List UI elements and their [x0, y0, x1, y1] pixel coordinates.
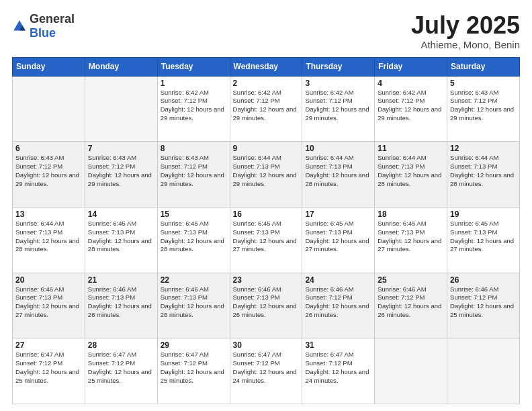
table-row: 18Sunrise: 6:45 AM Sunset: 7:13 PM Dayli… [375, 207, 447, 273]
day-info: Sunrise: 6:45 AM Sunset: 7:13 PM Dayligh… [88, 220, 154, 254]
day-number: 18 [378, 210, 444, 219]
day-info: Sunrise: 6:47 AM Sunset: 7:12 PM Dayligh… [88, 351, 154, 385]
table-row: 19Sunrise: 6:45 AM Sunset: 7:13 PM Dayli… [447, 207, 520, 273]
calendar-week-row: 27Sunrise: 6:47 AM Sunset: 7:12 PM Dayli… [13, 338, 520, 404]
day-info: Sunrise: 6:46 AM Sunset: 7:12 PM Dayligh… [378, 285, 444, 320]
day-number: 22 [161, 275, 227, 285]
day-info: Sunrise: 6:43 AM Sunset: 7:12 PM Dayligh… [450, 89, 517, 123]
day-info: Sunrise: 6:47 AM Sunset: 7:12 PM Dayligh… [305, 351, 371, 385]
day-info: Sunrise: 6:44 AM Sunset: 7:13 PM Dayligh… [450, 154, 517, 188]
table-row: 15Sunrise: 6:45 AM Sunset: 7:13 PM Dayli… [157, 207, 230, 273]
header-friday: Friday [375, 57, 447, 76]
page: General Blue July 2025 Athieme, Mono, Be… [0, 0, 532, 411]
logo-icon [12, 19, 27, 34]
day-info: Sunrise: 6:45 AM Sunset: 7:13 PM Dayligh… [233, 220, 300, 254]
day-number: 13 [15, 210, 82, 219]
day-info: Sunrise: 6:46 AM Sunset: 7:12 PM Dayligh… [450, 285, 517, 320]
day-info: Sunrise: 6:42 AM Sunset: 7:12 PM Dayligh… [378, 89, 444, 123]
title-location: Athieme, Mono, Benin [411, 39, 520, 50]
header-wednesday: Wednesday [230, 57, 302, 76]
calendar-table: Sunday Monday Tuesday Wednesday Thursday… [12, 57, 520, 404]
table-row: 23Sunrise: 6:46 AM Sunset: 7:13 PM Dayli… [230, 273, 302, 338]
day-number: 6 [15, 144, 82, 153]
day-number: 31 [305, 340, 371, 350]
table-row: 31Sunrise: 6:47 AM Sunset: 7:12 PM Dayli… [302, 338, 375, 404]
day-info: Sunrise: 6:42 AM Sunset: 7:12 PM Dayligh… [305, 89, 371, 123]
day-number: 14 [88, 210, 154, 219]
table-row [85, 76, 157, 142]
table-row: 29Sunrise: 6:47 AM Sunset: 7:12 PM Dayli… [157, 338, 230, 404]
day-number: 19 [450, 210, 517, 219]
day-info: Sunrise: 6:47 AM Sunset: 7:12 PM Dayligh… [15, 351, 82, 385]
day-info: Sunrise: 6:43 AM Sunset: 7:12 PM Dayligh… [15, 154, 82, 188]
table-row: 8Sunrise: 6:43 AM Sunset: 7:12 PM Daylig… [157, 142, 230, 208]
day-number: 28 [88, 340, 154, 350]
day-number: 24 [305, 275, 371, 285]
calendar-week-row: 20Sunrise: 6:46 AM Sunset: 7:13 PM Dayli… [13, 273, 520, 338]
day-number: 11 [378, 144, 444, 153]
table-row: 13Sunrise: 6:44 AM Sunset: 7:13 PM Dayli… [13, 207, 85, 273]
day-info: Sunrise: 6:45 AM Sunset: 7:13 PM Dayligh… [305, 220, 371, 254]
table-row: 17Sunrise: 6:45 AM Sunset: 7:13 PM Dayli… [302, 207, 375, 273]
day-info: Sunrise: 6:43 AM Sunset: 7:12 PM Dayligh… [161, 154, 227, 188]
day-number: 20 [15, 275, 82, 285]
table-row: 21Sunrise: 6:46 AM Sunset: 7:13 PM Dayli… [85, 273, 157, 338]
table-row [375, 338, 447, 404]
table-row: 6Sunrise: 6:43 AM Sunset: 7:12 PM Daylig… [13, 142, 85, 208]
day-info: Sunrise: 6:45 AM Sunset: 7:13 PM Dayligh… [450, 220, 517, 254]
header: General Blue July 2025 Athieme, Mono, Be… [12, 12, 520, 50]
logo-text: General Blue [30, 12, 75, 40]
table-row: 5Sunrise: 6:43 AM Sunset: 7:12 PM Daylig… [447, 76, 520, 142]
calendar-week-row: 6Sunrise: 6:43 AM Sunset: 7:12 PM Daylig… [13, 142, 520, 208]
day-number: 23 [233, 275, 300, 285]
day-info: Sunrise: 6:42 AM Sunset: 7:12 PM Dayligh… [161, 89, 227, 123]
day-info: Sunrise: 6:44 AM Sunset: 7:13 PM Dayligh… [233, 154, 300, 188]
day-number: 25 [378, 275, 444, 285]
table-row: 9Sunrise: 6:44 AM Sunset: 7:13 PM Daylig… [230, 142, 302, 208]
header-thursday: Thursday [302, 57, 375, 76]
table-row: 14Sunrise: 6:45 AM Sunset: 7:13 PM Dayli… [85, 207, 157, 273]
day-info: Sunrise: 6:46 AM Sunset: 7:13 PM Dayligh… [161, 285, 227, 320]
table-row: 10Sunrise: 6:44 AM Sunset: 7:13 PM Dayli… [302, 142, 375, 208]
day-info: Sunrise: 6:46 AM Sunset: 7:13 PM Dayligh… [233, 285, 300, 320]
day-number: 10 [305, 144, 371, 153]
day-number: 17 [305, 210, 371, 219]
day-info: Sunrise: 6:46 AM Sunset: 7:13 PM Dayligh… [88, 285, 154, 320]
logo-blue: Blue [30, 26, 56, 40]
day-number: 9 [233, 144, 300, 153]
table-row: 1Sunrise: 6:42 AM Sunset: 7:12 PM Daylig… [157, 76, 230, 142]
table-row: 12Sunrise: 6:44 AM Sunset: 7:13 PM Dayli… [447, 142, 520, 208]
day-info: Sunrise: 6:44 AM Sunset: 7:13 PM Dayligh… [305, 154, 371, 188]
day-info: Sunrise: 6:43 AM Sunset: 7:12 PM Dayligh… [88, 154, 154, 188]
title-month-year: July 2025 [411, 12, 520, 39]
day-info: Sunrise: 6:42 AM Sunset: 7:12 PM Dayligh… [233, 89, 300, 123]
logo-general: General [30, 12, 75, 26]
day-info: Sunrise: 6:46 AM Sunset: 7:12 PM Dayligh… [305, 285, 371, 320]
table-row: 2Sunrise: 6:42 AM Sunset: 7:12 PM Daylig… [230, 76, 302, 142]
calendar-week-row: 13Sunrise: 6:44 AM Sunset: 7:13 PM Dayli… [13, 207, 520, 273]
day-number: 8 [161, 144, 227, 153]
header-tuesday: Tuesday [157, 57, 230, 76]
day-number: 15 [161, 210, 227, 219]
table-row: 25Sunrise: 6:46 AM Sunset: 7:12 PM Dayli… [375, 273, 447, 338]
day-info: Sunrise: 6:47 AM Sunset: 7:12 PM Dayligh… [233, 351, 300, 385]
day-number: 16 [233, 210, 300, 219]
header-monday: Monday [85, 57, 157, 76]
table-row: 20Sunrise: 6:46 AM Sunset: 7:13 PM Dayli… [13, 273, 85, 338]
table-row: 16Sunrise: 6:45 AM Sunset: 7:13 PM Dayli… [230, 207, 302, 273]
day-info: Sunrise: 6:46 AM Sunset: 7:13 PM Dayligh… [15, 285, 82, 320]
table-row: 30Sunrise: 6:47 AM Sunset: 7:12 PM Dayli… [230, 338, 302, 404]
table-row: 7Sunrise: 6:43 AM Sunset: 7:12 PM Daylig… [85, 142, 157, 208]
day-number: 3 [305, 79, 371, 88]
day-number: 21 [88, 275, 154, 285]
day-number: 2 [233, 79, 300, 88]
table-row: 4Sunrise: 6:42 AM Sunset: 7:12 PM Daylig… [375, 76, 447, 142]
day-number: 26 [450, 275, 517, 285]
day-number: 27 [15, 340, 82, 350]
day-info: Sunrise: 6:44 AM Sunset: 7:13 PM Dayligh… [15, 220, 82, 254]
table-row: 24Sunrise: 6:46 AM Sunset: 7:12 PM Dayli… [302, 273, 375, 338]
day-number: 4 [378, 79, 444, 88]
day-info: Sunrise: 6:45 AM Sunset: 7:13 PM Dayligh… [378, 220, 444, 254]
day-info: Sunrise: 6:47 AM Sunset: 7:12 PM Dayligh… [161, 351, 227, 385]
table-row: 11Sunrise: 6:44 AM Sunset: 7:13 PM Dayli… [375, 142, 447, 208]
